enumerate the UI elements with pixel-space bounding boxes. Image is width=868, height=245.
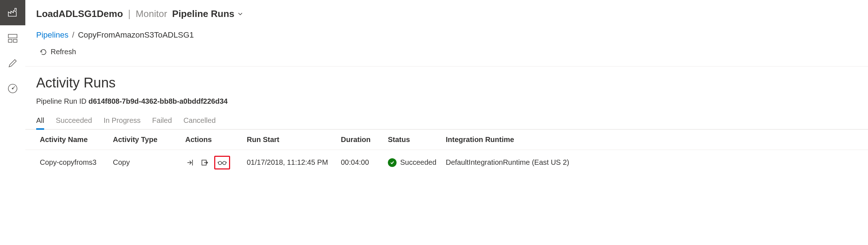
toolbar: Refresh [25, 43, 868, 66]
activity-runs-table: Activity Name Activity Type Actions Run … [25, 130, 868, 175]
table-header-row: Activity Name Activity Type Actions Run … [25, 130, 868, 150]
header-title: LoadADLSG1Demo [36, 8, 123, 20]
refresh-button[interactable]: Refresh [40, 48, 76, 56]
details-action-button[interactable] [214, 156, 230, 169]
svg-rect-2 [13, 39, 17, 42]
header-divider: | [128, 8, 131, 20]
svg-rect-0 [8, 34, 17, 38]
svg-point-7 [223, 161, 226, 164]
cell-status: Succeeded [384, 150, 441, 175]
sidebar [0, 0, 25, 175]
output-icon [200, 158, 209, 167]
col-header-run-start[interactable]: Run Start [242, 130, 336, 150]
tab-succeeded[interactable]: Succeeded [56, 113, 92, 129]
col-header-status[interactable]: Status [384, 130, 441, 150]
tab-failed[interactable]: Failed [152, 113, 172, 129]
svg-point-4 [12, 88, 13, 89]
section-title: Activity Runs [25, 66, 868, 95]
cell-activity-type: Copy [109, 150, 181, 175]
run-id-row: Pipeline Run ID d614f808-7b9d-4362-bb8b-… [25, 95, 868, 112]
header-subtitle: Monitor [136, 8, 167, 20]
breadcrumb-pipelines-link[interactable]: Pipelines [36, 30, 68, 40]
status-tabs: All Succeeded In Progress Failed Cancell… [25, 112, 868, 130]
input-action-button[interactable] [185, 158, 195, 168]
tab-all[interactable]: All [36, 113, 44, 129]
pencil-icon [7, 57, 18, 69]
col-header-activity-type[interactable]: Activity Type [109, 130, 181, 150]
glasses-icon [217, 160, 227, 166]
table-row: Copy-copyfroms3 Copy [25, 150, 868, 175]
dashboard-icon [7, 32, 18, 44]
page-header: LoadADLSG1Demo | Monitor Pipeline Runs [25, 0, 868, 23]
sidebar-item-monitor[interactable] [0, 76, 25, 101]
factory-icon [7, 7, 18, 18]
dropdown-label: Pipeline Runs [172, 8, 234, 20]
tab-in-progress[interactable]: In Progress [103, 113, 140, 129]
output-action-button[interactable] [200, 158, 210, 168]
chevron-down-icon [237, 11, 243, 17]
sidebar-item-overview[interactable] [0, 25, 25, 51]
col-header-integration-runtime[interactable]: Integration Runtime [441, 130, 868, 150]
cell-run-start: 01/17/2018, 11:12:45 PM [242, 150, 336, 175]
svg-rect-1 [8, 39, 12, 42]
col-header-duration[interactable]: Duration [336, 130, 384, 150]
gauge-icon [7, 83, 18, 94]
tab-cancelled[interactable]: Cancelled [183, 113, 216, 129]
input-icon [186, 158, 195, 167]
run-id-value: d614f808-7b9d-4362-bb8b-a0bddf226d34 [89, 97, 228, 105]
cell-duration: 00:04:00 [336, 150, 384, 175]
run-id-label: Pipeline Run ID [36, 97, 89, 105]
breadcrumb-separator: / [72, 30, 74, 40]
svg-point-6 [219, 161, 222, 164]
breadcrumb: Pipelines / CopyFromAmazonS3ToADLSG1 [25, 23, 868, 43]
main-content: LoadADLSG1Demo | Monitor Pipeline Runs P… [25, 0, 868, 175]
col-header-actions: Actions [181, 130, 242, 150]
cell-actions [181, 150, 242, 175]
cell-activity-name: Copy-copyfroms3 [25, 150, 109, 175]
checkmark-icon [390, 160, 395, 165]
pipeline-runs-dropdown[interactable]: Pipeline Runs [172, 8, 243, 20]
cell-integration-runtime: DefaultIntegrationRuntime (East US 2) [441, 150, 868, 175]
sidebar-item-factory[interactable] [0, 0, 25, 25]
breadcrumb-current: CopyFromAmazonS3ToADLSG1 [78, 30, 194, 40]
refresh-icon [40, 48, 47, 56]
col-header-activity-name[interactable]: Activity Name [25, 130, 109, 150]
status-text: Succeeded [400, 158, 436, 167]
refresh-label: Refresh [51, 48, 76, 56]
success-status-icon [388, 158, 397, 167]
sidebar-item-author[interactable] [0, 51, 25, 76]
